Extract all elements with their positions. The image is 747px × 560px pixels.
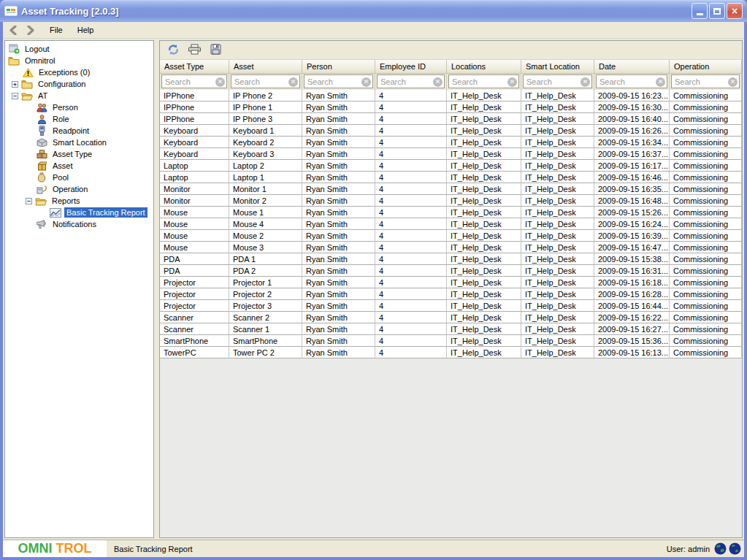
table-row[interactable]: KeyboardKeyboard 2Ryan Smith4IT_Help_Des… xyxy=(160,137,742,148)
tree-item-at[interactable]: −AT xyxy=(5,90,153,101)
table-row[interactable]: PDAPDA 1Ryan Smith4IT_Help_DeskIT_Help_D… xyxy=(160,253,742,265)
table-cell: 4 xyxy=(375,323,447,335)
table-row[interactable]: MouseMouse 3Ryan Smith4IT_Help_DeskIT_He… xyxy=(160,242,742,253)
table-row[interactable]: MouseMouse 2Ryan Smith4IT_Help_DeskIT_He… xyxy=(160,230,742,242)
table-cell: Projector 1 xyxy=(229,277,302,288)
table-row[interactable]: ProjectorProjector 2Ryan Smith4IT_Help_D… xyxy=(160,288,742,300)
tree-item-smart-location[interactable]: Smart Location xyxy=(5,137,153,148)
table-row[interactable]: MouseMouse 1Ryan Smith4IT_Help_DeskIT_He… xyxy=(160,207,742,218)
tree-item-basic-tracking-report[interactable]: Basic Tracking Report xyxy=(5,207,153,218)
clear-search-icon[interactable]: ✕ xyxy=(215,77,225,87)
table-row[interactable]: IPPhoneIP Phone 3Ryan Smith4IT_Help_Desk… xyxy=(160,113,742,125)
tree-item-operation[interactable]: Operation xyxy=(5,183,153,195)
table-cell: IT_Help_Desk xyxy=(447,90,521,101)
table-row[interactable]: PDAPDA 2Ryan Smith4IT_Help_DeskIT_Help_D… xyxy=(160,265,742,277)
table-cell: IT_Help_Desk xyxy=(447,101,521,113)
table-cell: 2009-09-15 16:34... xyxy=(594,137,670,148)
table-row[interactable]: ScannerScanner 2Ryan Smith4IT_Help_DeskI… xyxy=(160,312,742,323)
clear-search-icon[interactable]: ✕ xyxy=(433,77,443,87)
table-cell: 4 xyxy=(375,148,447,160)
table-row[interactable]: ProjectorProjector 1Ryan Smith4IT_Help_D… xyxy=(160,277,742,288)
minimize-button[interactable] xyxy=(692,3,708,19)
column-header-asset-type[interactable]: Asset Type xyxy=(160,60,229,74)
tree-item-asset-type[interactable]: Asset Type xyxy=(5,148,153,160)
table-cell: 4 xyxy=(375,312,447,323)
table-cell: Ryan Smith xyxy=(302,195,375,207)
print-button[interactable] xyxy=(187,43,202,58)
column-header-operation[interactable]: Operation xyxy=(670,60,742,74)
tree-item-label: Readpoint xyxy=(50,126,91,136)
refresh-button[interactable] xyxy=(166,43,180,58)
table-row[interactable]: MonitorMonitor 1Ryan Smith4IT_Help_DeskI… xyxy=(160,183,742,195)
refresh-icon xyxy=(167,44,180,57)
maximize-button[interactable] xyxy=(709,3,725,19)
table-row[interactable]: LaptopLaptop 2Ryan Smith4IT_Help_DeskIT_… xyxy=(160,160,742,172)
table-cell: 4 xyxy=(375,335,447,347)
tree-expander-icon[interactable]: − xyxy=(26,198,32,204)
clear-search-icon[interactable]: ✕ xyxy=(656,77,665,87)
column-header-smart-location[interactable]: Smart Location xyxy=(521,60,594,74)
title-bar[interactable]: Asset Tracking [2.0.3] × xyxy=(0,0,747,22)
tree-item-label: Role xyxy=(50,114,72,124)
tree-item-role[interactable]: Role xyxy=(5,113,153,125)
table-row[interactable]: KeyboardKeyboard 1Ryan Smith4IT_Help_Des… xyxy=(160,125,742,137)
table-row[interactable]: ProjectorProjector 3Ryan Smith4IT_Help_D… xyxy=(160,300,742,312)
panel-splitter[interactable] xyxy=(154,40,159,538)
save-button[interactable] xyxy=(208,43,223,58)
clear-search-icon[interactable]: ✕ xyxy=(728,77,738,87)
clear-search-icon[interactable]: ✕ xyxy=(361,77,371,87)
tree-item-person[interactable]: Person xyxy=(5,101,153,113)
column-header-asset[interactable]: Asset xyxy=(229,60,302,74)
table-row[interactable]: MouseMouse 4Ryan Smith4IT_Help_DeskIT_He… xyxy=(160,218,742,230)
table-cell: IT_Help_Desk xyxy=(521,125,594,137)
menu-help[interactable]: Help xyxy=(70,23,101,37)
tree-item-exceptions-0[interactable]: Exceptions (0) xyxy=(5,66,153,78)
table-row[interactable]: IPPhoneIP Phone 2Ryan Smith4IT_Help_Desk… xyxy=(160,90,742,101)
folder-icon xyxy=(8,55,20,66)
clear-search-icon[interactable]: ✕ xyxy=(288,77,298,87)
table-cell: IT_Help_Desk xyxy=(521,218,594,230)
grid-empty-area xyxy=(160,358,742,537)
table-row[interactable]: SmartPhoneSmartPhoneRyan Smith4IT_Help_D… xyxy=(160,335,742,347)
column-header-employee-id[interactable]: Employee ID xyxy=(375,60,447,74)
table-cell: 4 xyxy=(375,137,447,148)
tree-item-omnitrol[interactable]: Omnitrol xyxy=(5,55,153,66)
tree-expander-icon[interactable]: − xyxy=(12,93,18,99)
tree-item-notifications[interactable]: Notifications xyxy=(5,218,153,230)
table-cell: IT_Help_Desk xyxy=(521,323,594,335)
table-cell: IT_Help_Desk xyxy=(447,195,521,207)
column-header-locations[interactable]: Locations xyxy=(447,60,521,74)
tree-item-readpoint[interactable]: Readpoint xyxy=(5,125,153,137)
warning-icon xyxy=(22,66,34,78)
tree-item-pool[interactable]: Pool xyxy=(5,172,153,183)
menu-file[interactable]: File xyxy=(42,23,70,37)
tree-item-asset[interactable]: Asset xyxy=(5,160,153,172)
readpoint-icon xyxy=(36,125,47,137)
table-row[interactable]: MonitorMonitor 2Ryan Smith4IT_Help_DeskI… xyxy=(160,195,742,207)
table-cell: 4 xyxy=(375,288,447,300)
table-cell: 2009-09-15 16:13... xyxy=(594,347,670,358)
table-cell: Mouse 2 xyxy=(229,230,302,242)
forward-chevron-icon[interactable] xyxy=(26,26,35,35)
folder-open-icon xyxy=(35,195,47,207)
table-cell: Mouse 1 xyxy=(229,207,302,218)
tree-expander-icon[interactable]: + xyxy=(12,81,18,88)
table-cell: Ryan Smith xyxy=(302,335,375,347)
table-row[interactable]: ScannerScanner 1Ryan Smith4IT_Help_DeskI… xyxy=(160,323,742,335)
table-row[interactable]: LaptopLaptop 1Ryan Smith4IT_Help_DeskIT_… xyxy=(160,172,742,183)
table-row[interactable]: IPPhoneIP Phone 1Ryan Smith4IT_Help_Desk… xyxy=(160,101,742,113)
back-chevron-icon[interactable] xyxy=(9,26,18,35)
close-button[interactable]: × xyxy=(727,3,743,19)
table-row[interactable]: TowerPCTower PC 2Ryan Smith4IT_Help_Desk… xyxy=(160,347,742,358)
table-row[interactable]: KeyboardKeyboard 3Ryan Smith4IT_Help_Des… xyxy=(160,148,742,160)
column-header-person[interactable]: Person xyxy=(302,60,375,74)
table-cell: Scanner 2 xyxy=(229,312,302,323)
tree-item-logout[interactable]: Logout xyxy=(5,43,153,55)
clear-search-icon[interactable]: ✕ xyxy=(507,77,517,87)
column-header-date[interactable]: Date xyxy=(594,60,670,74)
tree-item-configuration[interactable]: +Configuration xyxy=(5,78,153,90)
status-bar: OMNI TROL Basic Tracking Report User: ad… xyxy=(3,540,744,557)
tree-item-reports[interactable]: −Reports xyxy=(5,195,153,207)
clear-search-icon[interactable]: ✕ xyxy=(581,77,590,87)
table-cell: Commissioning xyxy=(670,265,742,277)
